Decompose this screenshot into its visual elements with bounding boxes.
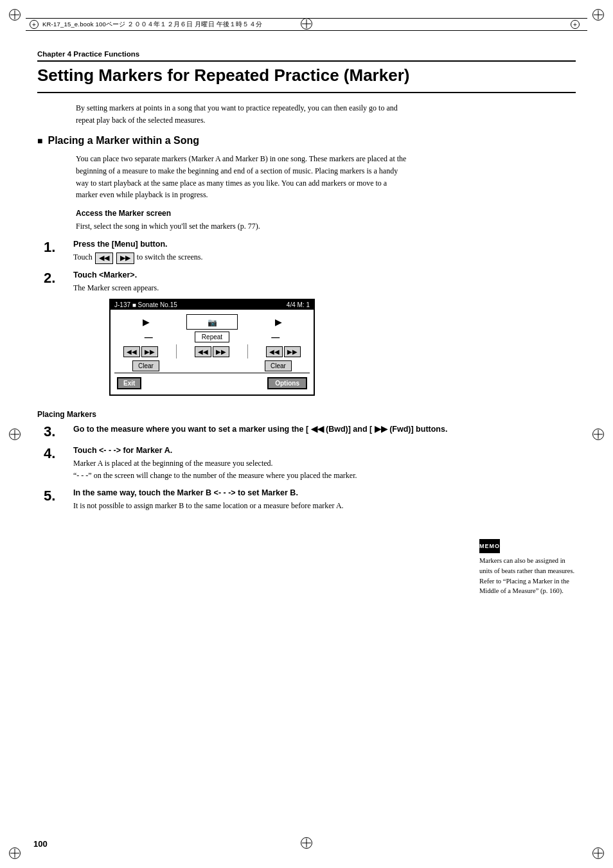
marker-screen-area: J-137 ■ Sonate No.15 4/4 M: 1 ▶ — [73, 299, 468, 396]
chapter-heading: Chapter 4 Practice Functions — [37, 50, 576, 62]
step-4-body1: Marker A is placed at the beginning of t… — [73, 457, 401, 470]
nav-bwd-2[interactable]: ◀◀ — [195, 346, 211, 357]
section-heading: Placing a Marker within a Song — [37, 135, 468, 146]
step-4-title: Touch <- - -> for Marker A. — [73, 446, 468, 455]
access-marker-heading: Access the Marker screen — [76, 209, 468, 218]
screen-nav-row: ◀◀ ▶▶ ◀◀ ▶▶ — [114, 344, 310, 359]
screen-title-left: J-137 ■ Sonate No.15 — [114, 301, 177, 308]
screen-top-bar: J-137 ■ Sonate No.15 4/4 M: 1 — [111, 300, 314, 310]
screen-arrows-row: ▶ 📷 ▶ — [114, 314, 310, 330]
screen-inner: ▶ 📷 ▶ — [111, 310, 314, 394]
step-2-title: Touch <Marker>. — [73, 270, 468, 279]
page-number: 100 — [33, 839, 48, 849]
exit-btn[interactable]: Exit — [117, 377, 141, 389]
right-mid-mark — [592, 429, 604, 440]
nav-group-3: ◀◀ ▶▶ — [266, 346, 301, 357]
corner-mark-tr — [592, 9, 604, 21]
reg-mark-right — [571, 20, 580, 29]
next-screen-btn[interactable]: ▶▶ — [116, 252, 134, 264]
clear-btn-left[interactable]: Clear — [132, 360, 159, 371]
nav-fwd-2[interactable]: ▶▶ — [213, 346, 229, 357]
side-column: MEMO Markers can also be assigned in uni… — [474, 102, 576, 596]
step-5-body: It is not possible to assign marker B to… — [73, 500, 401, 512]
nav-bwd-3[interactable]: ◀◀ — [266, 346, 283, 357]
main-column: By setting markers at points in a song t… — [37, 102, 474, 596]
step-1-content: Press the [Menu] button. Touch ◀◀ ▶▶ to … — [73, 240, 468, 263]
corner-mark-bl — [9, 847, 21, 859]
section-body: You can place two separate markers (Mark… — [76, 153, 410, 200]
options-btn[interactable]: Options — [267, 377, 307, 389]
corner-mark-tl — [9, 9, 21, 21]
dash-left: — — [126, 332, 171, 342]
two-col-layout: By setting markers at points in a song t… — [37, 102, 576, 596]
step-5-number: 5. — [44, 488, 73, 504]
content-area: Chapter 4 Practice Functions Setting Mar… — [37, 50, 576, 596]
step-4-content: Touch <- - -> for Marker A. Marker A is … — [73, 446, 468, 481]
page-wrapper: KR-17_15_e.book 100ページ ２００４年１２月６日 月曜日 午後… — [0, 0, 613, 868]
clear-btn-right[interactable]: Clear — [265, 360, 292, 371]
memo-text: Markers can also be assigned in units of… — [479, 556, 576, 596]
reg-mark-left — [30, 20, 39, 29]
prev-screen-btn[interactable]: ◀◀ — [95, 252, 113, 264]
step-3-number: 3. — [44, 424, 73, 439]
step-5: 5. In the same way, touch the Marker B <… — [44, 488, 468, 512]
memo-label: MEMO — [479, 539, 576, 553]
step-4-number: 4. — [44, 446, 73, 461]
header-text: KR-17_15_e.book 100ページ ２００４年１２月６日 月曜日 午後… — [42, 21, 262, 29]
placing-markers-heading: Placing Markers — [37, 410, 468, 419]
memo-icon-text: MEMO — [479, 543, 500, 549]
nav-separator-2 — [247, 344, 248, 359]
step-1-body: Touch ◀◀ ▶▶ to switch the screens. — [73, 251, 468, 263]
page-title: Setting Markers for Repeated Practice (M… — [37, 66, 576, 93]
step-2-body: The Marker screen appears. — [73, 282, 401, 294]
step-1: 1. Press the [Menu] button. Touch ◀◀ ▶▶ … — [44, 240, 468, 263]
screen-clear-row: Clear Clear — [114, 360, 310, 371]
corner-mark-br — [592, 847, 604, 859]
step-3: 3. Go to the measure where you want to s… — [44, 424, 468, 439]
step-5-title: In the same way, touch the Marker B <- -… — [73, 488, 468, 497]
screen-separator — [114, 373, 310, 373]
marker-b-area: ▶ — [256, 316, 301, 328]
camera-icon: 📷 — [208, 318, 217, 327]
top-center-mark — [301, 18, 312, 30]
intro-paragraph: By setting markers at points in a song t… — [76, 102, 410, 126]
screen-title-right: 4/4 M: 1 — [287, 301, 310, 308]
memo-icon: MEMO — [479, 539, 500, 553]
step-4-body2: “- - -” on the screen will change to the… — [73, 470, 401, 482]
access-marker-body: First, select the song in which you'll s… — [76, 220, 410, 233]
dash-right: — — [253, 332, 298, 342]
step-2-content: Touch <Marker>. The Marker screen appear… — [73, 270, 468, 404]
screen-footer: Exit Options — [114, 375, 310, 392]
clear-right-area: Clear — [256, 360, 301, 371]
nav-separator-1 — [176, 344, 177, 359]
step-1-switch-text: to switch the screens. — [137, 252, 203, 261]
screen-mockup: J-137 ■ Sonate No.15 4/4 M: 1 ▶ — [109, 299, 315, 396]
marker-a-arrow: ▶ — [143, 317, 150, 327]
step-3-title: Go to the measure where you want to set … — [73, 424, 468, 434]
nav-fwd-3[interactable]: ▶▶ — [284, 346, 301, 357]
step-5-content: In the same way, touch the Marker B <- -… — [73, 488, 468, 512]
nav-fwd-1[interactable]: ▶▶ — [141, 346, 158, 357]
camera-icon-area: 📷 — [186, 314, 238, 330]
nav-group-1: ◀◀ ▶▶ — [123, 346, 158, 357]
marker-b-arrow: ▶ — [275, 317, 282, 327]
screen-repeat-row: — Repeat — — [114, 332, 310, 342]
step-3-content: Go to the measure where you want to set … — [73, 424, 468, 434]
step-1-title: Press the [Menu] button. — [73, 240, 468, 249]
section-heading-text: Placing a Marker within a Song — [48, 135, 199, 146]
left-mid-mark — [9, 429, 21, 440]
repeat-box: Repeat — [195, 332, 229, 342]
step-2-number: 2. — [44, 270, 73, 286]
step-4: 4. Touch <- - -> for Marker A. Marker A … — [44, 446, 468, 481]
step-1-touch-text: Touch — [73, 252, 93, 261]
marker-a-area: ▶ — [123, 316, 168, 328]
nav-group-2: ◀◀ ▶▶ — [195, 346, 229, 357]
bottom-center-mark — [301, 837, 312, 849]
step-1-number: 1. — [44, 240, 73, 255]
step-2: 2. Touch <Marker>. The Marker screen app… — [44, 270, 468, 404]
nav-bwd-1[interactable]: ◀◀ — [123, 346, 140, 357]
clear-left-area: Clear — [123, 360, 168, 371]
